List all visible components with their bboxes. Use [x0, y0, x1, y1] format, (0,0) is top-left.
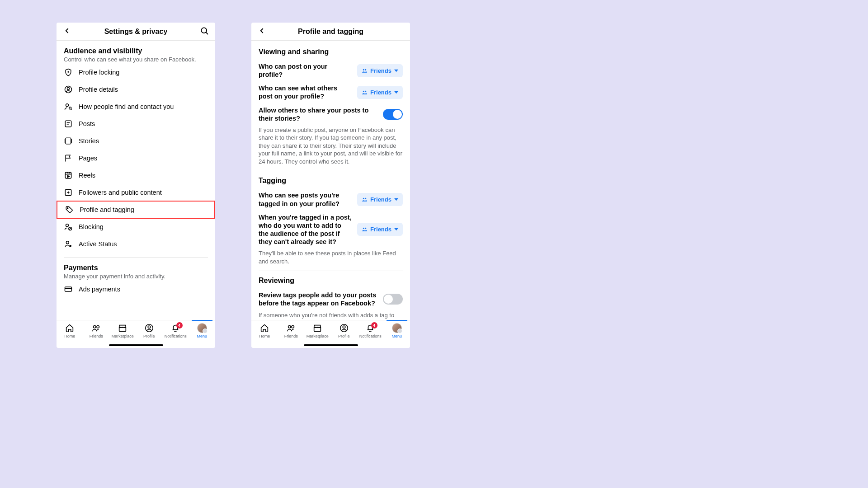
market-icon	[312, 323, 322, 333]
item-ads-payments[interactable]: Ads payments	[57, 281, 215, 298]
desc-share-stories: If you create a public post, anyone on F…	[259, 126, 403, 166]
question-text: Review tags people add to your posts bef…	[259, 291, 378, 307]
audience-selector[interactable]: Friends	[357, 223, 403, 236]
tab-home[interactable]: Home	[57, 323, 83, 338]
row-see-others-post: Who can see what others post on your pro…	[259, 81, 403, 103]
toggle-review-tags[interactable]	[383, 294, 403, 305]
page-title: Settings & privacy	[104, 28, 168, 36]
svg-line-23	[69, 228, 71, 230]
friends-icon	[362, 89, 368, 95]
tab-bar: Home Friends Marketplace Profile 4 Notif…	[251, 320, 410, 348]
add-square-icon	[64, 188, 73, 197]
tag-icon	[65, 205, 74, 214]
item-label: Active Status	[79, 240, 117, 248]
caret-down-icon	[394, 90, 398, 94]
card-icon	[64, 285, 73, 294]
item-label: How people find and contact you	[79, 103, 174, 110]
svg-point-21	[66, 224, 69, 227]
item-reels[interactable]: Reels	[57, 167, 215, 184]
svg-point-32	[288, 326, 291, 328]
section-audience: Audience and visibility Control who can …	[57, 41, 215, 64]
tab-label: Menu	[197, 334, 207, 338]
settings-privacy-screen: Settings & privacy Audience and visibili…	[57, 23, 215, 348]
back-icon[interactable]	[258, 27, 266, 37]
tab-label: Home	[259, 334, 270, 338]
item-profile-locking[interactable]: Profile locking	[57, 64, 215, 81]
audience-selector[interactable]: Friends	[357, 193, 403, 206]
tab-label: Friends	[90, 334, 103, 338]
svg-rect-26	[65, 287, 72, 291]
item-profile-details[interactable]: Profile details	[57, 81, 215, 98]
tab-menu[interactable]: Menu	[384, 323, 410, 338]
svg-point-24	[66, 241, 69, 244]
question-text: Who can see posts you're tagged in on yo…	[259, 191, 353, 207]
section-heading: Payments	[64, 264, 208, 272]
section-subtext: Control who can see what you share on Fa…	[64, 56, 208, 63]
svg-point-35	[343, 326, 345, 328]
audience-selector[interactable]: Friends	[357, 86, 403, 99]
tab-marketplace[interactable]: Marketplace	[304, 323, 331, 338]
tab-friends[interactable]: Friends	[278, 323, 305, 338]
item-label: Blocking	[79, 223, 104, 230]
row-post-on-profile: Who can post on your profile? Friends	[259, 60, 403, 81]
item-label: Profile details	[79, 86, 118, 93]
tab-label: Profile	[338, 334, 350, 338]
item-label: Profile locking	[79, 69, 119, 76]
toggle-share-stories[interactable]	[383, 109, 403, 120]
topbar: Profile and tagging	[251, 23, 410, 41]
tab-profile[interactable]: Profile	[331, 323, 358, 338]
section-heading: Audience and visibility	[64, 47, 208, 55]
desc-tagged-audience: They'll be able to see these posts in pl…	[259, 249, 403, 265]
svg-point-20	[67, 208, 68, 209]
item-label: Reels	[79, 172, 95, 179]
home-icon	[259, 323, 269, 333]
tab-marketplace[interactable]: Marketplace	[109, 323, 136, 338]
row-allow-share-stories: Allow others to share your posts to thei…	[259, 103, 403, 125]
profile-icon	[144, 323, 154, 333]
market-icon	[118, 323, 127, 333]
item-pages[interactable]: Pages	[57, 150, 215, 167]
audience-selector[interactable]: Friends	[357, 64, 403, 77]
item-label: Pages	[79, 155, 97, 162]
item-label: Profile and tagging	[80, 206, 134, 213]
item-find-contact[interactable]: How people find and contact you	[57, 98, 215, 115]
caret-down-icon	[394, 197, 398, 202]
reels-icon	[64, 171, 73, 180]
item-label: Followers and public content	[79, 189, 162, 196]
tab-label: Notifications	[359, 334, 382, 338]
tab-label: Profile	[143, 334, 155, 338]
tab-home[interactable]: Home	[251, 323, 278, 338]
friends-icon	[362, 197, 368, 202]
row-tagged-visibility: Who can see posts you're tagged in on yo…	[259, 188, 403, 210]
notif-badge: 4	[176, 322, 183, 328]
question-text: Who can post on your profile?	[259, 62, 353, 79]
tab-menu[interactable]: Menu	[189, 323, 216, 338]
item-active-status[interactable]: Active Status	[57, 235, 215, 253]
user-circle-icon	[64, 85, 73, 94]
pill-label: Friends	[370, 67, 392, 74]
item-posts[interactable]: Posts	[57, 115, 215, 132]
row-tagged-audience-add: When you're tagged in a post, who do you…	[259, 211, 403, 249]
tab-notifications[interactable]: 4 Notifications	[357, 323, 384, 338]
subhead-reviewing: Reviewing	[259, 277, 403, 285]
item-followers[interactable]: Followers and public content	[57, 184, 215, 201]
item-blocking[interactable]: Blocking	[57, 218, 215, 235]
posts-icon	[64, 119, 73, 128]
friends-icon	[91, 323, 101, 333]
item-label: Posts	[79, 120, 95, 127]
pill-label: Friends	[370, 89, 392, 96]
shield-icon	[64, 68, 73, 77]
back-icon[interactable]	[63, 27, 71, 37]
subhead-tagging: Tagging	[259, 177, 403, 185]
pill-label: Friends	[370, 196, 392, 203]
item-profile-tagging[interactable]: Profile and tagging	[57, 201, 215, 219]
home-indicator	[109, 344, 163, 346]
tab-notifications[interactable]: 4 Notifications	[162, 323, 189, 338]
svg-point-4	[67, 87, 70, 89]
tab-profile[interactable]: Profile	[136, 323, 163, 338]
settings-scroll[interactable]: Audience and visibility Control who can …	[57, 41, 215, 320]
item-stories[interactable]: Stories	[57, 132, 215, 150]
tab-friends[interactable]: Friends	[83, 323, 110, 338]
search-icon[interactable]	[200, 26, 209, 37]
profile-tagging-scroll[interactable]: Viewing and sharing Who can post on your…	[251, 41, 410, 320]
